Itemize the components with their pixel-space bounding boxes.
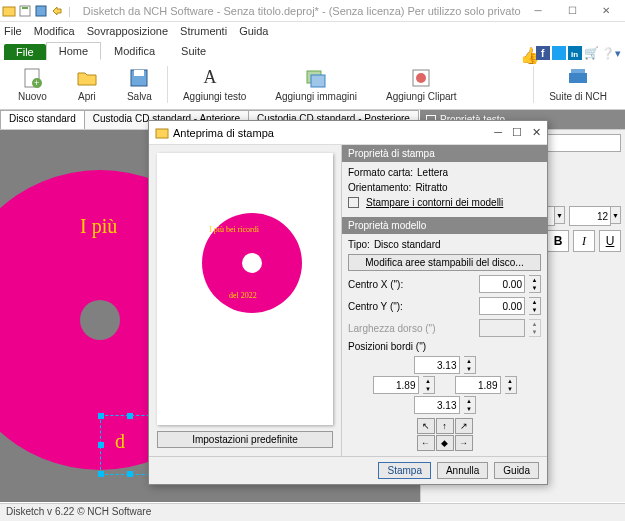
sel-handle-w[interactable] (98, 442, 104, 448)
ribbon-nuovo[interactable]: + Nuovo (4, 62, 61, 107)
nudge-w[interactable]: ← (417, 435, 435, 451)
ribbon-aggiungi-testo[interactable]: A Aggiungi testo (169, 62, 260, 107)
menu-strumenti[interactable]: Strumenti (180, 25, 227, 37)
ribbon-aggiungi-clipart[interactable]: Aggiungi Clipart (372, 62, 471, 107)
linkedin-icon[interactable]: in (568, 46, 582, 60)
menu-guida[interactable]: Guida (239, 25, 268, 37)
borders-label: Posizioni bordi (") (348, 341, 426, 352)
dialog-minimize-button[interactable]: ─ (494, 126, 502, 139)
preview-pane: I più bei ricordi del 2022 Impostazioni … (149, 145, 341, 456)
images-icon (305, 67, 327, 89)
facebook-icon[interactable]: f (536, 46, 550, 60)
bold-button[interactable]: B (547, 230, 569, 252)
separator: | (68, 5, 71, 17)
sel-handle-s[interactable] (127, 471, 133, 477)
app-qat-icon-3[interactable] (34, 4, 48, 18)
sel-handle-n[interactable] (127, 413, 133, 419)
ribbon-file-button[interactable]: File (4, 44, 46, 60)
border-top-spinner[interactable]: ▲▼ (464, 356, 476, 374)
italic-button[interactable]: I (573, 230, 595, 252)
disc-text-line1[interactable]: I più (80, 215, 117, 238)
nudge-nw[interactable]: ↖ (417, 418, 435, 434)
svg-rect-20 (156, 129, 168, 138)
maximize-button[interactable]: ☐ (555, 0, 589, 22)
ribbon: + Nuovo Apri Salva A Aggiungi testo Aggi… (0, 60, 625, 110)
close-button[interactable]: ✕ (589, 0, 623, 22)
cy-input[interactable] (479, 297, 525, 315)
type-label: Tipo: (348, 239, 370, 250)
ribbon-clip-label: Aggiungi Clipart (386, 91, 457, 102)
suite-icon (567, 67, 589, 89)
svg-rect-13 (134, 70, 144, 76)
doc-tab-disco[interactable]: Disco standard (0, 110, 85, 129)
titlebar: | Disketch da NCH Software - Senza titol… (0, 0, 625, 22)
font-size-input[interactable] (569, 206, 611, 226)
ribbon-tab-home[interactable]: Home (46, 42, 101, 60)
svg-rect-0 (3, 7, 15, 16)
border-top-input[interactable] (414, 356, 460, 374)
dialog-close-button[interactable]: ✕ (532, 126, 541, 139)
nudge-ne[interactable]: ↗ (455, 418, 473, 434)
nudge-n[interactable]: ↑ (436, 418, 454, 434)
ribbon-tab-modifica[interactable]: Modifica (101, 42, 168, 60)
ribbon-apri-label: Apri (78, 91, 96, 102)
svg-text:+: + (34, 78, 39, 88)
ribbon-salva[interactable]: Salva (113, 62, 166, 107)
font-size-dropdown-icon[interactable]: ▼ (611, 206, 621, 224)
border-bottom-input[interactable] (414, 396, 460, 414)
preview-page[interactable]: I più bei ricordi del 2022 (157, 153, 333, 425)
border-bottom-spinner[interactable]: ▲▼ (464, 396, 476, 414)
app-qat-icon-4[interactable] (50, 4, 64, 18)
twitter-icon[interactable] (552, 46, 566, 60)
minimize-button[interactable]: ─ (521, 0, 555, 22)
outlines-label[interactable]: Stampare i contorni dei modelli (366, 197, 503, 208)
ribbon-suite-label: Suite di NCH (549, 91, 607, 102)
cy-spinner[interactable]: ▲▼ (529, 297, 541, 315)
menu-modifica[interactable]: Modifica (34, 25, 75, 37)
menu-sovrapposizione[interactable]: Sovrapposizione (87, 25, 168, 37)
font-family-dropdown-icon[interactable]: ▼ (555, 206, 565, 224)
sel-handle-sw[interactable] (98, 471, 104, 477)
help-dropdown-icon[interactable]: ❔▾ (601, 47, 621, 60)
underline-button[interactable]: U (599, 230, 621, 252)
sel-handle-nw[interactable] (98, 413, 104, 419)
border-right-spinner[interactable]: ▲▼ (505, 376, 517, 394)
dialog-titlebar[interactable]: Anteprima di stampa ─ ☐ ✕ (149, 121, 547, 145)
nudge-e[interactable]: → (455, 435, 473, 451)
defaults-button[interactable]: Impostazioni predefinite (157, 431, 333, 448)
preview-text-2: del 2022 (229, 291, 257, 300)
cart-icon[interactable]: 🛒 (584, 46, 599, 60)
thumbs-up-icon[interactable]: 👍 (520, 46, 534, 60)
cx-spinner[interactable]: ▲▼ (529, 275, 541, 293)
nudge-center[interactable]: ◆ (436, 435, 454, 451)
cancel-button[interactable]: Annulla (437, 462, 488, 479)
border-right-input[interactable] (455, 376, 501, 394)
help-button[interactable]: Guida (494, 462, 539, 479)
ribbon-testo-label: Aggiungi testo (183, 91, 246, 102)
app-qat-icon-2[interactable] (18, 4, 32, 18)
dialog-maximize-button[interactable]: ☐ (512, 126, 522, 139)
print-button[interactable]: Stampa (378, 462, 430, 479)
app-qat-icon-1[interactable] (2, 4, 16, 18)
ribbon-tabs: File Home Modifica Suite 👍 f in 🛒 ❔▾ (0, 40, 625, 60)
cx-input[interactable] (479, 275, 525, 293)
ribbon-apri[interactable]: Apri (62, 62, 112, 107)
menu-file[interactable]: File (4, 25, 22, 37)
ribbon-salva-label: Salva (127, 91, 152, 102)
outlines-checkbox[interactable] (348, 197, 359, 208)
ribbon-aggiungi-immagini[interactable]: Aggiungi immagini (261, 62, 371, 107)
dialog-title: Anteprima di stampa (173, 127, 274, 139)
ribbon-suite[interactable]: Suite di NCH (535, 62, 621, 107)
statusbar: Disketch v 6.22 © NCH Software (0, 503, 625, 521)
cy-label: Centro Y ("): (348, 301, 475, 312)
print-properties-pane: Proprietà di stampa Formato carta: Lette… (341, 145, 547, 456)
ribbon-tab-suite[interactable]: Suite (168, 42, 219, 60)
border-left-input[interactable] (373, 376, 419, 394)
svg-rect-2 (22, 7, 28, 9)
disc-hole (80, 300, 120, 340)
menubar: File Modifica Sovrapposizione Strumenti … (0, 22, 625, 40)
preview-text-1: I più bei ricordi (209, 225, 259, 234)
border-left-spinner[interactable]: ▲▼ (423, 376, 435, 394)
quick-access-toolbar (2, 4, 64, 18)
edit-areas-button[interactable]: Modifica aree stampabili del disco... (348, 254, 541, 271)
